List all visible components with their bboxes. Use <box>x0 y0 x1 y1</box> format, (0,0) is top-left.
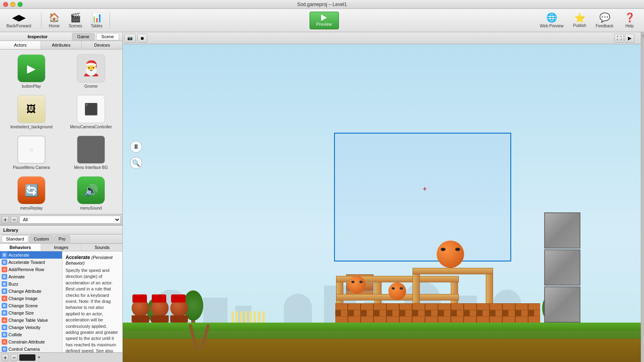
back-forward-button[interactable]: ◀▶ Back/Forward <box>3 11 35 30</box>
scenes-icon: 🎬 <box>70 12 81 23</box>
standard-tab[interactable]: Standard <box>2 235 29 243</box>
behavior-item-constrain-attribute[interactable]: AConstrain Attribute <box>0 338 62 346</box>
actor-label-levelselect-bg: levelselect_background <box>10 125 53 129</box>
actor-item-MenuInterfaceBG[interactable]: Menu Interface BG <box>63 134 119 171</box>
web-preview-label: Web Preview <box>540 24 564 28</box>
scenes-button[interactable]: 🎬 Scenes <box>66 11 85 30</box>
pro-tab[interactable]: Pro <box>54 235 70 243</box>
behavior-item-animate[interactable]: BAnimate <box>0 273 62 280</box>
zoom-button[interactable]: 🔍 <box>130 157 142 169</box>
behavior-item-control-camera[interactable]: BControl Camera <box>0 346 62 352</box>
behavior-item-buzz[interactable]: BBuzz <box>0 280 62 288</box>
remove-actor-button[interactable]: − <box>10 216 18 223</box>
actor-icon-menuSound: 🔊 <box>77 176 105 204</box>
actors-toolbar: + − All Actors Behaviors <box>0 214 122 225</box>
grass-layer <box>123 323 641 331</box>
feedback-label: Feedback <box>596 24 613 28</box>
scene-tab[interactable]: Scene <box>96 33 119 40</box>
remove-behavior-button[interactable]: − <box>10 354 18 361</box>
canvas-viewport[interactable]: ⏸ 🔍 + <box>123 44 641 362</box>
actor-item-PauseMenuCamera[interactable]: □ PauseMenu Camera <box>3 134 60 171</box>
playback-controls: ⛶ ▶ <box>614 34 634 43</box>
add-behavior-button[interactable]: + <box>2 354 9 361</box>
behavior-item-change-velocity[interactable]: BChange Velocity <box>0 324 62 331</box>
actor-item-menuSound[interactable]: 🔊 menuSound <box>63 175 119 212</box>
feedback-button[interactable]: 💬 Feedback <box>592 11 617 30</box>
actors-tab[interactable]: Actors <box>0 41 41 49</box>
library-content: BAccelerateBAccelerate TowardAAdd/Remove… <box>0 251 122 352</box>
gnome-1 <box>131 299 150 323</box>
game-scene-tabs: Game Scene <box>72 33 119 40</box>
tables-icon: 📊 <box>91 12 102 23</box>
attributes-tab[interactable]: Attributes <box>41 41 82 49</box>
home-icon: 🏠 <box>49 12 60 23</box>
behavior-label-add-remove-row: Add/Remove Row <box>8 267 44 272</box>
enemy-2 <box>388 282 406 300</box>
actor-item-Gnome[interactable]: 🎅 Gnome <box>63 53 119 90</box>
behavior-badge-change-scene: B <box>2 303 7 309</box>
play-button[interactable]: ▶ <box>625 34 634 43</box>
behavior-item-change-scene[interactable]: BChange Scene <box>0 302 62 309</box>
actor-item-buttonPlay[interactable]: ▶ buttonPlay <box>3 53 60 90</box>
behavior-item-collide[interactable]: BCollide <box>0 331 62 338</box>
home-button[interactable]: 🏠 Home <box>45 11 64 30</box>
fullscreen-button[interactable]: ⛶ <box>614 34 624 43</box>
behavior-badge-change-image: A <box>2 296 7 301</box>
tables-button[interactable]: 📊 Tables <box>87 11 106 30</box>
maximize-button[interactable] <box>18 2 23 7</box>
color-swatch <box>19 354 35 361</box>
actor-item-levelselect-bg[interactable]: 🖼 levelselect_background <box>3 93 60 131</box>
publish-button[interactable]: ⭐ Publish <box>568 11 591 29</box>
actor-icon-buttonPlay: ▶ <box>17 54 45 82</box>
actors-grid: ▶ buttonPlay 🎅 Gnome 🖼 levelselect_backg… <box>3 53 119 212</box>
behaviors-list: BAccelerateBAccelerate TowardAAdd/Remove… <box>0 251 62 352</box>
web-preview-button[interactable]: 🌐 Web Preview <box>537 11 567 30</box>
actor-label-PauseMenuCamera: PauseMenu Camera <box>13 165 50 170</box>
behavior-item-change-size[interactable]: BChange Size <box>0 309 62 317</box>
behavior-desc-text: Specify the speed and direction (angle) … <box>66 268 118 352</box>
behavior-item-change-attribute[interactable]: BChange Attribute <box>0 288 62 295</box>
actor-item-menuReplay[interactable]: 🔄 menuReplay <box>3 175 60 212</box>
behavior-badge-add-remove-row: A <box>2 267 7 272</box>
minimize-button[interactable] <box>10 2 15 7</box>
actor-filter-select[interactable]: All Actors Behaviors <box>19 216 121 224</box>
devices-tab[interactable]: Devices <box>82 41 122 49</box>
actor-icon-MenuInterfaceBG <box>77 136 105 164</box>
inspector-title: Inspector <box>3 34 72 39</box>
camera-button[interactable]: 📷 <box>124 34 136 43</box>
behavior-label-change-size: Change Size <box>8 311 34 315</box>
library-subtabs: Behaviors Images Sounds <box>0 244 122 251</box>
behavior-item-change-image[interactable]: AChange Image <box>0 295 62 302</box>
record-button[interactable]: ⏺ <box>137 34 147 43</box>
back-forward-icon: ◀▶ <box>12 12 26 23</box>
actor-icon-MenuCameraController: ⬛ <box>77 95 105 123</box>
behavior-detail-description: Specify the speed and direction (angle) … <box>66 267 119 352</box>
pause-button[interactable]: ⏸ <box>130 141 142 153</box>
behavior-badge-change-velocity: B <box>2 325 7 330</box>
behavior-item-add-remove-row[interactable]: AAdd/Remove Row <box>0 266 62 273</box>
behavior-item-accelerate[interactable]: BAccelerate <box>0 251 62 259</box>
behavior-label-collide: Collide <box>8 332 22 337</box>
behavior-label-change-image: Change Image <box>8 296 37 301</box>
window-controls[interactable] <box>3 2 23 7</box>
game-tab[interactable]: Game <box>72 33 95 40</box>
toolbar-right: 🌐 Web Preview ⭐ Publish 💬 Feedback ❓ Hel… <box>537 11 641 30</box>
help-button[interactable]: ❓ Help <box>618 11 641 30</box>
add-actor-button[interactable]: + <box>2 216 9 223</box>
scenes-label: Scenes <box>69 24 82 28</box>
behavior-item-accelerate-toward[interactable]: BAccelerate Toward <box>0 259 62 266</box>
canvas-cursor: + <box>423 185 429 191</box>
toolbar-center: Preview <box>113 12 535 29</box>
custom-tab[interactable]: Custom <box>29 235 54 243</box>
behavior-badge-control-camera: B <box>2 346 7 352</box>
actor-item-MenuCameraController[interactable]: ⬛ MenuCameraController <box>63 93 119 131</box>
images-subtab[interactable]: Images <box>41 244 82 251</box>
sounds-subtab[interactable]: Sounds <box>82 244 122 251</box>
behaviors-subtab[interactable]: Behaviors <box>0 244 41 251</box>
behavior-item-change-table-value[interactable]: AChange Table Value <box>0 317 62 324</box>
behavior-badge-accelerate-toward: B <box>2 259 7 265</box>
behavior-label-change-scene: Change Scene <box>8 303 38 308</box>
library-title: Library <box>3 228 18 232</box>
close-button[interactable] <box>3 2 8 7</box>
preview-button[interactable]: Preview <box>310 12 339 29</box>
